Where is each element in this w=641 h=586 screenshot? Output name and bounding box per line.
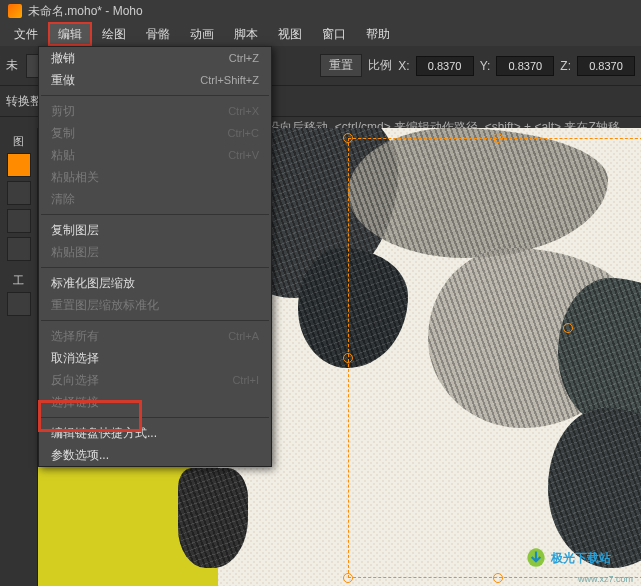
menu-separator [41,214,269,215]
menu-separator [41,320,269,321]
left-tool-panel: 图 工 [0,128,38,586]
menu-item-label: 重置图层缩放标准化 [51,297,159,314]
menu-item-重做[interactable]: 重做Ctrl+Shift+Z [39,69,271,91]
scale-z-input[interactable] [577,56,635,76]
menu-item-shortcut: Ctrl+I [232,374,259,386]
menu-item-粘贴图层: 粘贴图层 [39,241,271,263]
tool-icon-1[interactable] [7,153,31,177]
label-y: Y: [480,59,491,73]
menu-item-清除: 清除 [39,188,271,210]
selection-box[interactable] [348,138,641,578]
menu-bone[interactable]: 骨骼 [136,22,180,46]
menu-item-反向选择: 反向选择Ctrl+I [39,369,271,391]
menu-item-label: 粘贴图层 [51,244,99,261]
watermark-url: www.xz7.com [578,574,633,584]
menu-item-label: 重做 [51,72,75,89]
menu-item-label: 标准化图层缩放 [51,275,135,292]
scale-y-input[interactable] [496,56,554,76]
menu-item-label: 复制 [51,125,75,142]
menu-help[interactable]: 帮助 [356,22,400,46]
watermark-logo: 极光下载站 [523,538,633,578]
menu-item-label: 取消选择 [51,350,99,367]
tool-icon-4[interactable] [7,237,31,261]
menu-item-重置图层缩放标准化: 重置图层缩放标准化 [39,294,271,316]
menu-window[interactable]: 窗口 [312,22,356,46]
rock-shape [178,468,248,568]
menu-item-复制: 复制Ctrl+C [39,122,271,144]
download-icon [523,545,549,571]
scale-x-input[interactable] [416,56,474,76]
menu-item-shortcut: Ctrl+Z [229,52,259,64]
tool-icon-2[interactable] [7,181,31,205]
menu-item-标准化图层缩放[interactable]: 标准化图层缩放 [39,272,271,294]
menu-item-复制图层[interactable]: 复制图层 [39,219,271,241]
menu-item-label: 粘贴相关 [51,169,99,186]
menu-separator [41,417,269,418]
menu-item-label: 复制图层 [51,222,99,239]
menu-item-选择所有: 选择所有Ctrl+A [39,325,271,347]
label-untitled: 未 [6,57,18,74]
selection-handle[interactable] [343,353,353,363]
menu-edit[interactable]: 编辑 [48,22,92,46]
menu-item-label: 参数选项... [51,447,109,464]
menu-item-shortcut: Ctrl+V [228,149,259,161]
selection-handle[interactable] [343,573,353,583]
menu-separator [41,267,269,268]
menu-item-label: 粘贴 [51,147,75,164]
watermark-text: 极光下载站 [551,550,611,567]
selection-handle[interactable] [493,133,503,143]
menu-bar: 文件 编辑 绘图 骨骼 动画 脚本 视图 窗口 帮助 [0,22,641,46]
panel-label-tu: 图 [13,134,24,149]
menu-item-选择链接: 选择链接 [39,391,271,413]
scale-label: 比例 [368,57,392,74]
menu-item-参数选项...[interactable]: 参数选项... [39,444,271,466]
menu-item-剪切: 剪切Ctrl+X [39,100,271,122]
selection-handle[interactable] [493,573,503,583]
menu-item-label: 选择所有 [51,328,99,345]
menu-item-label: 清除 [51,191,75,208]
reset-button[interactable]: 重置 [320,54,362,77]
menu-item-shortcut: Ctrl+A [228,330,259,342]
menu-item-编辑键盘快捷方式...[interactable]: 编辑键盘快捷方式... [39,422,271,444]
panel-label-work: 工 [13,273,24,288]
menu-item-粘贴: 粘贴Ctrl+V [39,144,271,166]
menu-item-取消选择[interactable]: 取消选择 [39,347,271,369]
menu-view[interactable]: 视图 [268,22,312,46]
app-icon [8,4,22,18]
window-title: 未命名.moho* - Moho [28,3,143,20]
label-x: X: [398,59,409,73]
menu-script[interactable]: 脚本 [224,22,268,46]
selection-handle[interactable] [343,133,353,143]
menu-item-撤销[interactable]: 撤销Ctrl+Z [39,47,271,69]
transform-label: 转换整 [6,93,42,110]
title-bar: 未命名.moho* - Moho [0,0,641,22]
label-z: Z: [560,59,571,73]
tool-icon-5[interactable] [7,292,31,316]
menu-separator [41,95,269,96]
selection-handle[interactable] [563,323,573,333]
menu-item-粘贴相关: 粘贴相关 [39,166,271,188]
menu-item-label: 撤销 [51,50,75,67]
menu-item-label: 剪切 [51,103,75,120]
menu-file[interactable]: 文件 [4,22,48,46]
menu-item-shortcut: Ctrl+X [228,105,259,117]
menu-item-shortcut: Ctrl+C [228,127,259,139]
tool-icon-3[interactable] [7,209,31,233]
menu-draw[interactable]: 绘图 [92,22,136,46]
menu-item-shortcut: Ctrl+Shift+Z [200,74,259,86]
edit-dropdown: 撤销Ctrl+Z重做Ctrl+Shift+Z剪切Ctrl+X复制Ctrl+C粘贴… [38,46,272,467]
menu-anim[interactable]: 动画 [180,22,224,46]
menu-item-label: 反向选择 [51,372,99,389]
menu-item-label: 选择链接 [51,394,99,411]
menu-item-label: 编辑键盘快捷方式... [51,425,157,442]
